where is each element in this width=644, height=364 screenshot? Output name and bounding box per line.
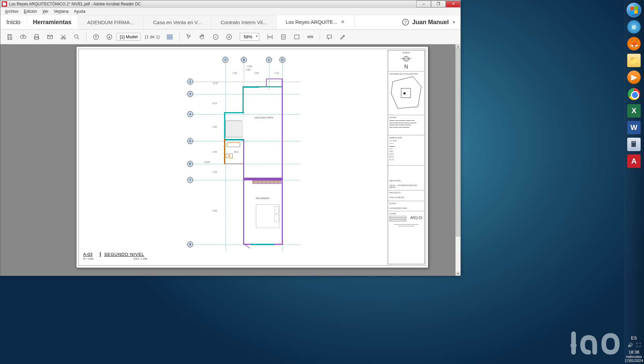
comment-icon[interactable] [323, 31, 335, 43]
explorer-icon[interactable]: 📁 [625, 52, 643, 69]
select-tool-icon[interactable] [183, 31, 195, 43]
zoom-select[interactable]: 58% [240, 33, 259, 41]
highlight-icon[interactable] [337, 31, 349, 43]
maximize-button[interactable]: ❐ [431, 1, 446, 7]
icon-toolbar: [1] Model (1 de 1) 58% [0, 30, 461, 44]
scroll-thumb[interactable] [456, 48, 460, 236]
clock-day: miércoles [625, 355, 643, 359]
menu-ayuda[interactable]: Ayuda [71, 8, 88, 14]
network-icon[interactable]: ⛶ [636, 343, 641, 348]
acrobat-icon [2, 1, 7, 7]
close-tab-icon[interactable]: ✕ [341, 19, 345, 25]
search-icon[interactable] [71, 31, 83, 43]
app-window: Los Reyes ARQUITECTÓNICO 2° NIVEL.pdf - … [0, 0, 461, 276]
close-button[interactable]: ✕ [446, 1, 461, 7]
zoom-in-icon[interactable] [223, 31, 235, 43]
menu-bar: Archivo Edición Ver Ventana Ayuda [0, 8, 461, 15]
window-title: Los Reyes ARQUITECTÓNICO 2° NIVEL.pdf - … [9, 2, 141, 6]
fullscreen-icon[interactable] [291, 31, 303, 43]
grid-row-1: 1 [187, 79, 193, 85]
room-usos-multiples: USOS MULTIPES [254, 117, 273, 119]
doc-tab-2[interactable]: Contrato Interm Vil... [211, 15, 276, 29]
cut-icon[interactable] [57, 31, 69, 43]
media-player-icon[interactable]: ▶ [625, 69, 643, 85]
menu-ver[interactable]: Ver [40, 8, 51, 14]
tab-herramientas[interactable]: Herramientas [27, 15, 78, 29]
doc-tab-1[interactable]: Casa en Venta en V... [144, 15, 211, 29]
room-recamara: RECÁMARA [256, 197, 269, 199]
document-viewport: ▶ ◀ NORTE N CROQUIS DE LOCALIZACIÓN [0, 44, 461, 276]
pdf-page[interactable]: NORTE N CROQUIS DE LOCALIZACIÓN NOTAS ▬▬… [76, 46, 428, 268]
excel-icon[interactable]: X [625, 103, 643, 119]
help-icon[interactable]: ? [402, 19, 409, 26]
acrobat-taskbar-icon[interactable]: A [625, 153, 643, 169]
chrome-icon[interactable] [625, 86, 643, 102]
menu-ventana[interactable]: Ventana [51, 8, 71, 14]
fit-width-icon[interactable] [264, 31, 276, 43]
clock-date: 17/01/2024 [625, 359, 643, 363]
page-count: (1 de 1) [145, 34, 160, 39]
svg-rect-8 [281, 35, 285, 39]
print-icon[interactable] [31, 31, 43, 43]
prev-page-icon[interactable] [90, 31, 102, 43]
minimize-button[interactable]: ─ [416, 1, 431, 7]
room-wc: W.C. [234, 151, 239, 153]
hand-tool-icon[interactable] [196, 31, 208, 43]
system-tray[interactable]: ES 🔊 ⛶ 18:36 miércoles 17/01/2024 [624, 334, 644, 364]
ie-icon[interactable]: e [625, 19, 643, 35]
watermark-iad [564, 320, 624, 357]
user-dropdown-icon[interactable]: ▼ [452, 20, 456, 24]
clock-time[interactable]: 18:36 [625, 350, 643, 355]
word-icon[interactable]: W [625, 120, 643, 136]
cloud-upload-icon[interactable] [17, 31, 29, 43]
menu-archivo[interactable]: Archivo [2, 8, 21, 14]
next-page-icon[interactable] [103, 31, 115, 43]
svg-rect-9 [295, 35, 299, 39]
firefox-icon[interactable]: 🦊 [625, 36, 643, 52]
doc-tab-3[interactable]: Los Reyes ARQUITE...✕ [276, 15, 354, 29]
calculator-icon[interactable]: 🖩 [625, 136, 643, 152]
layers-icon[interactable] [164, 31, 176, 43]
title-bar: Los Reyes ARQUITECTÓNICO 2° NIVEL.pdf - … [0, 0, 461, 8]
doc-tab-0[interactable]: ADENDUM FIRMA... [78, 15, 144, 29]
taskbar-dock: e 🦊 📁 ▶ X W 🖩 A [624, 0, 644, 364]
save-icon[interactable] [4, 31, 16, 43]
tab-bar: Inicio Herramientas ADENDUM FIRMA... Cas… [0, 15, 461, 30]
language-indicator[interactable]: ES [625, 335, 643, 340]
scroll-up-icon[interactable]: ▲ [455, 44, 461, 48]
user-name[interactable]: Juan Manuel [412, 19, 449, 26]
layer-select[interactable]: [1] Model [117, 33, 141, 41]
vertical-scrollbar[interactable]: ▲ ▼ [455, 44, 461, 276]
menu-edicion[interactable]: Edición [21, 8, 40, 14]
fit-page-icon[interactable] [277, 31, 289, 43]
sheet-title: A-03 | SEGUNDO NIVEL N + 5.00ESC. 1:100 [83, 252, 147, 260]
zoom-out-icon[interactable] [210, 31, 222, 43]
tab-inicio[interactable]: Inicio [0, 15, 27, 29]
grid-col-A: A [222, 57, 228, 63]
measure-icon[interactable] [304, 31, 316, 43]
scroll-down-icon[interactable]: ▼ [455, 272, 461, 276]
mail-icon[interactable] [44, 31, 56, 43]
svg-point-3 [74, 35, 78, 38]
volume-icon[interactable]: 🔊 [628, 343, 633, 348]
floor-plan-drawing: A B C D 1 2 4 5 5' 7 9 [76, 47, 428, 268]
start-button[interactable] [625, 2, 643, 18]
